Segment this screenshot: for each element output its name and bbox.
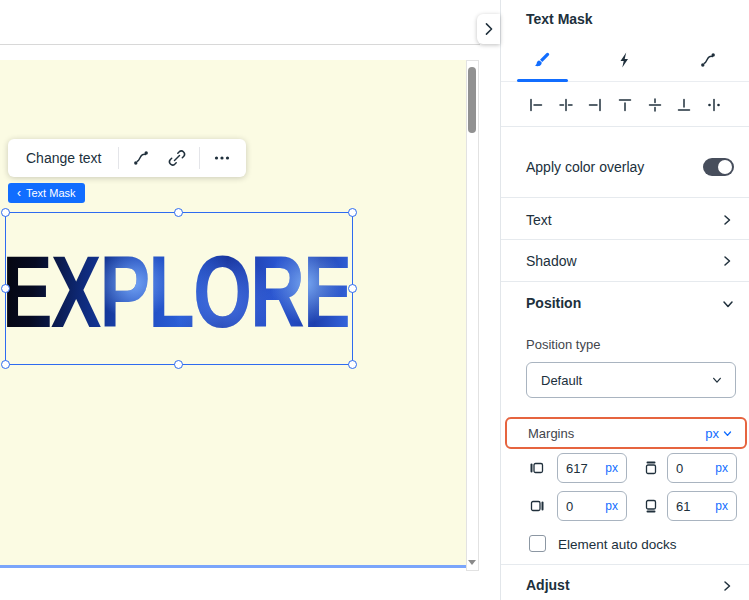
color-overlay-toggle[interactable] <box>703 158 734 176</box>
toolbar-divider <box>118 147 119 169</box>
mask-icon <box>698 50 718 70</box>
margin-right-icon <box>529 498 545 514</box>
scrollbar-down-arrow-icon[interactable] <box>468 560 476 565</box>
floating-toolbar: Change text <box>8 139 246 177</box>
margin-top-field: px <box>667 453 737 483</box>
divider <box>501 126 749 127</box>
badge-label: Text Mask <box>26 187 76 199</box>
brush-icon <box>532 50 552 70</box>
margin-bottom-unit[interactable]: px <box>715 499 728 513</box>
more-icon <box>212 148 232 168</box>
unit-label: px <box>705 426 719 441</box>
margin-top-icon <box>643 460 659 476</box>
text-mask-button[interactable] <box>123 139 159 177</box>
panel-title: Text Mask <box>526 11 593 27</box>
position-type-label: Position type <box>526 337 600 352</box>
more-actions-button[interactable] <box>204 139 240 177</box>
section-adjust[interactable]: Adjust <box>526 577 570 593</box>
margin-left-icon <box>529 460 545 476</box>
link-button[interactable] <box>159 139 195 177</box>
position-type-value: Default <box>541 373 582 388</box>
selection-handle-n[interactable] <box>174 208 183 217</box>
selection-handle-ne[interactable] <box>348 208 357 217</box>
margin-bottom-input[interactable] <box>668 499 706 514</box>
canvas-scrollbar[interactable] <box>466 60 479 571</box>
margin-bottom-icon <box>643 498 659 514</box>
wix-editor: EXPLORE Change text <box>0 0 749 600</box>
margin-right-input[interactable] <box>558 499 596 514</box>
alignment-toolbar <box>501 84 749 126</box>
color-overlay-label: Apply color overlay <box>526 159 644 175</box>
selection-handle-e[interactable] <box>348 284 357 293</box>
chevron-down-icon <box>722 429 733 438</box>
tab-effects[interactable] <box>584 38 667 81</box>
margins-unit-dropdown[interactable]: px <box>705 426 733 441</box>
section-position[interactable]: Position <box>526 295 581 311</box>
collapse-panel-button[interactable] <box>477 14 500 44</box>
scrollbar-thumb[interactable] <box>468 67 476 133</box>
margin-left-field: px <box>557 453 627 483</box>
back-chevron-icon: ‹ <box>17 187 21 199</box>
chevron-right-icon[interactable] <box>721 213 733 227</box>
tab-design[interactable] <box>501 38 584 81</box>
panel-tabs <box>501 38 749 82</box>
element-auto-docks-checkbox[interactable] <box>529 535 546 552</box>
tab-mask[interactable] <box>666 38 749 81</box>
selection-handle-nw[interactable] <box>1 208 10 217</box>
selection-handle-w[interactable] <box>1 284 10 293</box>
align-bottom-icon[interactable] <box>675 96 693 114</box>
lightning-icon <box>615 50 635 70</box>
change-text-button[interactable]: Change text <box>14 150 114 166</box>
selection-handle-se[interactable] <box>348 360 357 369</box>
link-icon <box>167 148 187 168</box>
margin-left-unit[interactable]: px <box>605 461 618 475</box>
canvas-top-strip <box>0 0 480 45</box>
section-shadow[interactable]: Shadow <box>526 253 577 269</box>
margin-bottom-field: px <box>667 491 737 521</box>
position-type-dropdown[interactable]: Default <box>526 362 736 398</box>
text-mask-icon <box>131 148 151 168</box>
margin-top-input[interactable] <box>668 461 706 476</box>
section-text[interactable]: Text <box>526 212 552 228</box>
align-top-icon[interactable] <box>616 96 634 114</box>
divider <box>501 239 749 240</box>
element-type-badge: ‹ Text Mask <box>8 183 85 203</box>
divider <box>501 281 749 282</box>
canvas-area: EXPLORE Change text <box>0 0 500 600</box>
margin-top-unit[interactable]: px <box>715 461 728 475</box>
chevron-down-icon[interactable] <box>721 298 735 310</box>
divider <box>501 564 749 565</box>
align-left-icon[interactable] <box>527 96 545 114</box>
selection-handle-s[interactable] <box>174 360 183 369</box>
chevron-right-icon[interactable] <box>721 254 733 268</box>
margin-left-input[interactable] <box>558 461 596 476</box>
align-center-h-icon[interactable] <box>557 96 575 114</box>
align-middle-v-icon[interactable] <box>646 96 664 114</box>
align-distribute-icon[interactable] <box>705 96 723 114</box>
margins-row-highlight[interactable]: Margins px <box>505 417 747 449</box>
selection-handle-sw[interactable] <box>1 360 10 369</box>
collapse-panel-icon <box>483 21 495 37</box>
chevron-down-icon <box>711 375 723 385</box>
toggle-knob <box>718 160 732 174</box>
margins-label: Margins <box>528 426 574 441</box>
toolbar-divider <box>199 147 200 169</box>
align-right-icon[interactable] <box>586 96 604 114</box>
divider <box>501 197 749 198</box>
element-auto-docks-label: Element auto docks <box>558 537 677 552</box>
selection-box <box>5 212 353 365</box>
text-mask-panel: Text Mask <box>500 0 749 600</box>
chevron-right-icon[interactable] <box>721 579 733 593</box>
margin-right-field: px <box>557 491 627 521</box>
margin-right-unit[interactable]: px <box>605 499 618 513</box>
